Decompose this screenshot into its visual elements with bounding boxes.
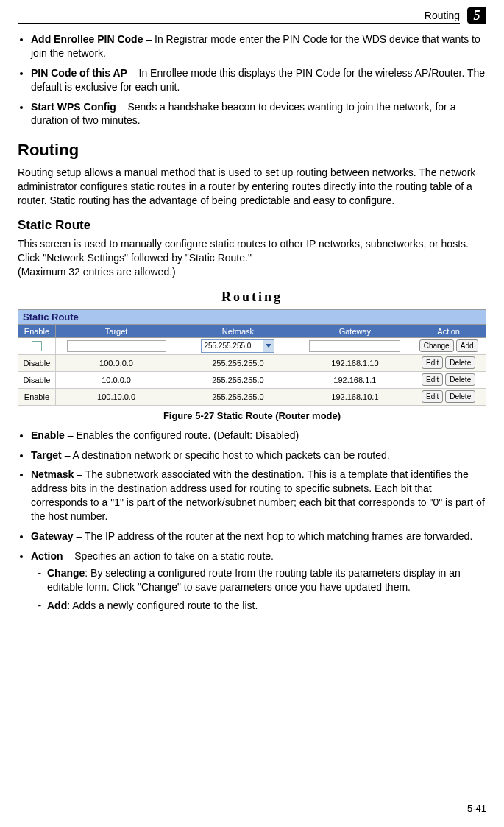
header-section: Routing <box>425 10 460 21</box>
def-term: Target <box>31 449 62 461</box>
edit-button[interactable]: Edit <box>422 356 443 369</box>
figure-static-route: Routing Static Route Enable Target Netma… <box>18 289 486 421</box>
def-text: – A destination network or specific host… <box>62 449 390 461</box>
add-button[interactable]: Add <box>456 339 478 352</box>
chevron-down-icon <box>263 340 274 352</box>
cell-target: 100.10.0.0 <box>55 388 177 405</box>
cell-gateway: 192.168.10.1 <box>299 388 411 405</box>
table-row: Disable 10.0.0.0 255.255.255.0 192.168.1… <box>18 371 486 388</box>
cell-gateway: 192.168.1.10 <box>299 354 411 371</box>
delete-button[interactable]: Delete <box>445 373 475 386</box>
sub-item: Change: By selecting a configured route … <box>47 566 486 594</box>
def-term: Netmask <box>31 468 74 480</box>
enable-checkbox[interactable] <box>32 341 42 351</box>
netmask-select[interactable]: 255.255.255.0 <box>201 339 274 353</box>
gateway-input[interactable] <box>309 340 400 352</box>
intro-bullet: Add Enrollee PIN Code – In Registrar mod… <box>31 32 486 60</box>
definitions-list: Enable – Enables the configured route. (… <box>18 429 486 613</box>
figure-caption: Figure 5-27 Static Route (Router mode) <box>18 410 486 421</box>
cell-gateway: 192.168.1.1 <box>299 371 411 388</box>
table-row: Enable 100.10.0.0 255.255.255.0 192.168.… <box>18 388 486 405</box>
def-term: Action <box>31 550 63 562</box>
sub-term: Change <box>47 567 85 579</box>
term: PIN Code of this AP <box>31 67 127 79</box>
intro-bullet: PIN Code of this AP – In Enrollee mode t… <box>31 66 486 94</box>
change-button[interactable]: Change <box>419 339 454 352</box>
static-route-text-b: (Maximum 32 entries are allowed.) <box>18 266 176 278</box>
def-term: Enable <box>31 429 65 441</box>
cell-netmask: 255.255.255.0 <box>177 371 299 388</box>
delete-button[interactable]: Delete <box>445 390 475 403</box>
def-text: – Enables the configured route. (Default… <box>65 429 299 441</box>
netmask-select-value: 255.255.255.0 <box>204 342 251 350</box>
cell-enable: Disable <box>18 371 56 388</box>
panel-header: Static Route <box>18 309 486 325</box>
cell-netmask: 255.255.255.0 <box>177 354 299 371</box>
def-item: Enable – Enables the configured route. (… <box>31 429 486 443</box>
def-term: Gateway <box>31 530 74 542</box>
static-route-paragraph: This screen is used to manually configur… <box>18 237 486 279</box>
intro-bullet-list: Add Enrollee PIN Code – In Registrar mod… <box>18 32 486 127</box>
def-text: – Specifies an action to take on a stati… <box>63 550 274 562</box>
col-enable: Enable <box>18 325 56 337</box>
col-gateway: Gateway <box>299 325 411 337</box>
intro-bullet: Start WPS Config – Sends a handshake bea… <box>31 100 486 128</box>
edit-button[interactable]: Edit <box>422 390 443 403</box>
heading-static-route: Static Route <box>18 218 486 233</box>
static-route-table: Enable Target Netmask Gateway Action 255… <box>18 325 486 406</box>
sub-term: Add <box>47 599 67 611</box>
input-row: 255.255.255.0 Change Add <box>18 337 486 354</box>
def-text: – The IP address of the router at the ne… <box>74 530 473 542</box>
delete-button[interactable]: Delete <box>445 356 475 369</box>
figure-title: Routing <box>18 289 486 305</box>
def-item: Target – A destination network or specif… <box>31 448 486 462</box>
term: Start WPS Config <box>31 101 116 113</box>
page-header: Routing 5 <box>18 7 486 27</box>
heading-routing: Routing <box>18 141 486 160</box>
sub-text: : Adds a newly configured route to the l… <box>67 599 258 611</box>
header-chapter-box: 5 <box>467 7 486 24</box>
cell-target: 100.0.0.0 <box>55 354 177 371</box>
edit-button[interactable]: Edit <box>422 373 443 386</box>
cell-netmask: 255.255.255.0 <box>177 388 299 405</box>
cell-enable: Enable <box>18 388 56 405</box>
def-item: Gateway – The IP address of the router a… <box>31 529 486 543</box>
cell-enable: Disable <box>18 354 56 371</box>
table-row: Disable 100.0.0.0 255.255.255.0 192.168.… <box>18 354 486 371</box>
cell-target: 10.0.0.0 <box>55 371 177 388</box>
target-input[interactable] <box>67 340 166 352</box>
routing-paragraph: Routing setup allows a manual method tha… <box>18 166 486 208</box>
def-text: – The subnetwork associated with the des… <box>31 468 485 522</box>
def-item: Action – Specifies an action to take on … <box>31 549 486 613</box>
action-sublist: Change: By selecting a configured route … <box>31 566 486 613</box>
def-item: Netmask – The subnetwork associated with… <box>31 468 486 524</box>
sub-text: : By selecting a configured route from t… <box>47 567 461 593</box>
col-target: Target <box>55 325 177 337</box>
static-route-text-a: This screen is used to manually configur… <box>18 238 469 264</box>
term: Add Enrollee PIN Code <box>31 33 143 45</box>
sub-item: Add: Adds a newly configured route to th… <box>47 599 486 613</box>
col-netmask: Netmask <box>177 325 299 337</box>
col-action: Action <box>411 325 486 337</box>
page-number: 5-41 <box>467 803 486 814</box>
